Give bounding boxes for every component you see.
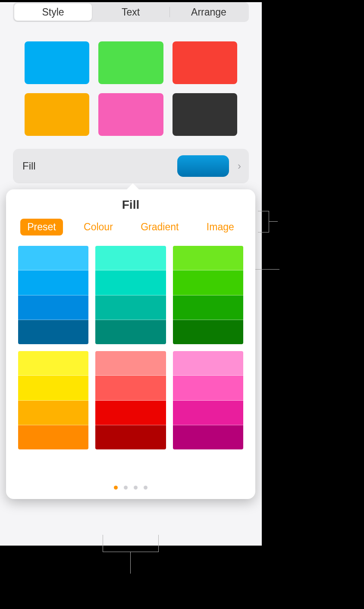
page-dot-2[interactable] — [124, 486, 128, 490]
preset-shade[interactable] — [173, 246, 243, 270]
page-dot-3[interactable] — [134, 486, 138, 490]
fill-label: Fill — [22, 160, 177, 172]
fill-type-tabs: Preset Colour Gradient Image — [6, 219, 255, 246]
tab-style-label: Style — [42, 6, 64, 18]
tab-arrange-label: Arrange — [191, 6, 226, 18]
annotation-bracket-dots — [103, 535, 159, 552]
shape-style-grid — [0, 22, 262, 149]
preset-shade[interactable] — [173, 401, 243, 425]
preset-shade[interactable] — [18, 401, 88, 425]
preset-shade[interactable] — [95, 376, 166, 400]
preset-shade[interactable] — [173, 351, 243, 376]
fill-row[interactable]: Fill › — [13, 149, 249, 183]
preset-shade[interactable] — [95, 320, 166, 344]
tab-text-label: Text — [122, 6, 140, 18]
preset-pink[interactable] — [173, 351, 243, 449]
preset-shade[interactable] — [95, 295, 166, 320]
preset-blue[interactable] — [18, 246, 88, 344]
popover-arrow — [126, 183, 140, 190]
style-swatch-pink[interactable] — [98, 93, 163, 136]
preset-shade[interactable] — [173, 270, 243, 295]
style-swatch-orange[interactable] — [25, 93, 89, 136]
fill-tab-gradient[interactable]: Gradient — [134, 219, 185, 235]
preset-shade[interactable] — [18, 351, 88, 376]
preset-shade[interactable] — [95, 351, 166, 376]
preset-shade[interactable] — [173, 425, 243, 449]
preset-shade[interactable] — [173, 376, 243, 400]
fill-tab-image[interactable]: Image — [200, 219, 241, 235]
fill-color-preview[interactable] — [177, 155, 229, 177]
format-panel: Style Text Arrange Fill › Fill Preset Co… — [0, 2, 262, 546]
style-swatch-green[interactable] — [98, 41, 163, 84]
preset-red[interactable] — [95, 351, 166, 449]
format-tabs: Style Text Arrange — [13, 2, 249, 22]
preset-shade[interactable] — [18, 320, 88, 344]
preset-shade[interactable] — [95, 425, 166, 449]
annotation-bracket-tabs — [258, 211, 269, 232]
preset-shade[interactable] — [95, 246, 166, 270]
page-indicator[interactable] — [6, 449, 255, 490]
preset-shade[interactable] — [173, 295, 243, 320]
annotation-line-tabs — [269, 221, 278, 222]
page-dot-4[interactable] — [144, 486, 147, 490]
tab-text[interactable]: Text — [92, 3, 169, 21]
style-swatch-black[interactable] — [173, 93, 237, 136]
popover-title: Fill — [6, 189, 255, 219]
preset-shade[interactable] — [18, 246, 88, 270]
preset-shade[interactable] — [95, 401, 166, 425]
preset-green[interactable] — [173, 246, 243, 344]
annotation-line-dots — [130, 552, 131, 574]
preset-shade[interactable] — [173, 320, 243, 344]
preset-yellow[interactable] — [18, 351, 88, 449]
page-dot-1[interactable] — [114, 486, 118, 490]
preset-shade[interactable] — [18, 270, 88, 295]
preset-grid — [6, 246, 255, 449]
preset-teal[interactable] — [95, 246, 166, 344]
style-swatch-blue[interactable] — [25, 41, 89, 84]
preset-shade[interactable] — [18, 295, 88, 320]
style-swatch-red[interactable] — [173, 41, 237, 84]
fill-popover: Fill Preset Colour Gradient Image — [6, 189, 255, 499]
preset-shade[interactable] — [18, 376, 88, 400]
tab-arrange[interactable]: Arrange — [170, 3, 248, 21]
tab-style[interactable]: Style — [14, 3, 92, 21]
fill-tab-preset[interactable]: Preset — [20, 219, 63, 235]
preset-shade[interactable] — [95, 270, 166, 295]
fill-tab-colour[interactable]: Colour — [77, 219, 120, 235]
chevron-right-icon: › — [238, 160, 241, 172]
preset-shade[interactable] — [18, 425, 88, 449]
